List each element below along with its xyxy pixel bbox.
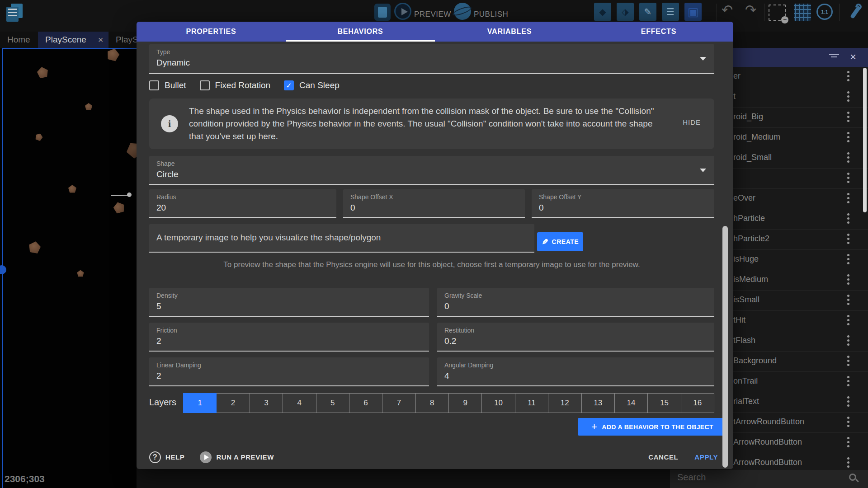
asteroid-sprite[interactable]	[34, 132, 44, 142]
dialog-tab[interactable]: VARIABLES	[435, 22, 584, 42]
layer-button[interactable]: 8	[415, 393, 449, 413]
filter-icon[interactable]	[829, 54, 839, 59]
shape-offset-x-field[interactable]: Shape Offset X 0	[343, 189, 525, 218]
redo-icon[interactable]: ↷	[745, 2, 756, 18]
density-field[interactable]: Density 5	[149, 288, 429, 317]
dialog-tab[interactable]: BEHAVIORS	[286, 22, 435, 42]
kebab-menu-icon[interactable]	[847, 417, 850, 429]
layer-button[interactable]: 5	[316, 393, 349, 413]
layer-button[interactable]: 6	[349, 393, 382, 413]
layer-button[interactable]: 9	[448, 393, 482, 413]
asteroid-sprite[interactable]	[35, 66, 49, 79]
dialog-scrollbar[interactable]	[722, 226, 728, 468]
asteroid-sprite[interactable]	[105, 48, 121, 63]
asteroid-sprite[interactable]	[123, 138, 137, 162]
kebab-menu-icon[interactable]	[847, 254, 850, 266]
kebab-menu-icon[interactable]	[847, 274, 850, 286]
add-behavior-button[interactable]: + ADD A BEHAVIOR TO THE OBJECT	[578, 418, 727, 436]
kebab-menu-icon[interactable]	[847, 152, 850, 164]
edit-scene-icon[interactable]: ✎	[639, 3, 656, 21]
kebab-menu-icon[interactable]	[847, 295, 850, 307]
layer-button[interactable]: 4	[283, 393, 316, 413]
layer-button[interactable]: 15	[647, 393, 681, 413]
cancel-button[interactable]: CANCEL	[648, 453, 678, 461]
close-panel-icon[interactable]: ×	[850, 51, 856, 63]
kebab-menu-icon[interactable]	[847, 132, 850, 144]
bullet-checkbox[interactable]: ✓ Bullet	[149, 80, 186, 90]
gizmo-point[interactable]	[127, 192, 132, 197]
gravity-scale-field[interactable]: Gravity Scale 0	[437, 288, 714, 317]
kebab-menu-icon[interactable]	[847, 234, 850, 246]
zoom-one-to-one-icon[interactable]: 1:1	[816, 4, 833, 20]
search-input[interactable]	[676, 472, 827, 483]
kebab-menu-icon[interactable]	[847, 457, 850, 469]
undo-icon[interactable]: ↶	[722, 2, 733, 18]
object-editor-icon[interactable]: ◆	[594, 3, 611, 21]
asteroid-sprite[interactable]	[85, 103, 93, 111]
kebab-menu-icon[interactable]	[847, 376, 850, 388]
angular-damping-field[interactable]: Angular Damping 4	[437, 357, 714, 386]
asteroid-sprite[interactable]	[77, 270, 85, 277]
dialog-tab[interactable]: PROPERTIES	[137, 22, 286, 42]
selection-mask-icon[interactable]	[769, 5, 786, 21]
kebab-menu-icon[interactable]	[847, 193, 850, 205]
sidebar-scrollbar[interactable]	[863, 68, 867, 212]
kebab-menu-icon[interactable]	[847, 437, 850, 449]
hide-button[interactable]: HIDE	[683, 118, 701, 126]
layer-button[interactable]: 2	[216, 393, 250, 413]
layer-button[interactable]: 12	[548, 393, 581, 413]
object-name: roid_Big	[733, 112, 763, 122]
layer-button[interactable]: 16	[681, 393, 714, 413]
kebab-menu-icon[interactable]	[847, 396, 850, 408]
kebab-menu-icon[interactable]	[847, 315, 850, 327]
kebab-menu-icon[interactable]	[847, 91, 850, 103]
run-preview-button[interactable]: RUN A PREVIEW	[184, 451, 274, 463]
layer-button[interactable]: 3	[250, 393, 283, 413]
type-select[interactable]: Type Dynamic	[149, 44, 714, 74]
layer-button[interactable]: 13	[581, 393, 615, 413]
preview-button[interactable]: PREVIEW	[414, 10, 451, 19]
properties-list-icon[interactable]: ☰	[662, 3, 679, 21]
project-manager-icon[interactable]	[6, 4, 24, 23]
preview-play-icon[interactable]	[394, 3, 411, 20]
dialog-tab[interactable]: EFFECTS	[584, 22, 733, 42]
kebab-menu-icon[interactable]	[847, 335, 850, 347]
kebab-menu-icon[interactable]	[847, 112, 850, 124]
layer-button[interactable]: 7	[382, 393, 415, 413]
help-button[interactable]: ? HELP	[149, 451, 184, 463]
tab-home[interactable]: Home	[0, 32, 38, 48]
kebab-menu-icon[interactable]	[847, 71, 850, 83]
layer-button[interactable]: 11	[515, 393, 548, 413]
asteroid-sprite[interactable]	[27, 240, 42, 255]
kebab-menu-icon[interactable]	[847, 356, 850, 368]
instances-editor-icon[interactable]: ⬗	[617, 3, 634, 21]
can-sleep-checkbox[interactable]: ✓ Can Sleep	[284, 80, 340, 90]
publish-globe-icon[interactable]	[454, 3, 471, 20]
temp-image-field[interactable]: A temporary image to help you visualize …	[149, 224, 534, 253]
layer-button[interactable]: 10	[481, 393, 515, 413]
kebab-menu-icon[interactable]	[847, 173, 850, 185]
asteroid-sprite[interactable]	[112, 200, 127, 215]
friction-field[interactable]: Friction 2	[149, 323, 429, 352]
debug-icon[interactable]	[374, 4, 391, 21]
radius-field[interactable]: Radius 20	[149, 189, 336, 218]
kebab-menu-icon[interactable]	[847, 213, 850, 225]
asteroid-sprite[interactable]	[68, 185, 77, 193]
layer-button[interactable]: 14	[614, 393, 648, 413]
fixed-rotation-checkbox[interactable]: ✓ Fixed Rotation	[200, 80, 271, 90]
publish-button[interactable]: PUBLISH	[474, 10, 508, 19]
apply-button[interactable]: APPLY	[694, 453, 718, 461]
create-button[interactable]: ✎ CREATE	[537, 232, 583, 251]
tab-playscene[interactable]: PlayScene ×	[38, 32, 108, 48]
shape-offset-y-field[interactable]: Shape Offset Y 0	[532, 189, 714, 218]
linear-damping-field[interactable]: Linear Damping 2	[149, 357, 429, 386]
tools-wrench-icon[interactable]	[846, 4, 863, 21]
resize-handle[interactable]	[0, 265, 6, 274]
layer-button[interactable]: 1	[183, 393, 217, 413]
layers-panel-icon[interactable]: ▣	[684, 3, 702, 21]
shape-select[interactable]: Shape Circle	[149, 156, 714, 185]
grid-icon[interactable]	[794, 4, 811, 21]
close-tab-icon[interactable]: ×	[98, 35, 104, 45]
scene-canvas[interactable]: 2306;303	[0, 48, 137, 488]
restitution-field[interactable]: Restitution 0.2	[437, 323, 714, 352]
